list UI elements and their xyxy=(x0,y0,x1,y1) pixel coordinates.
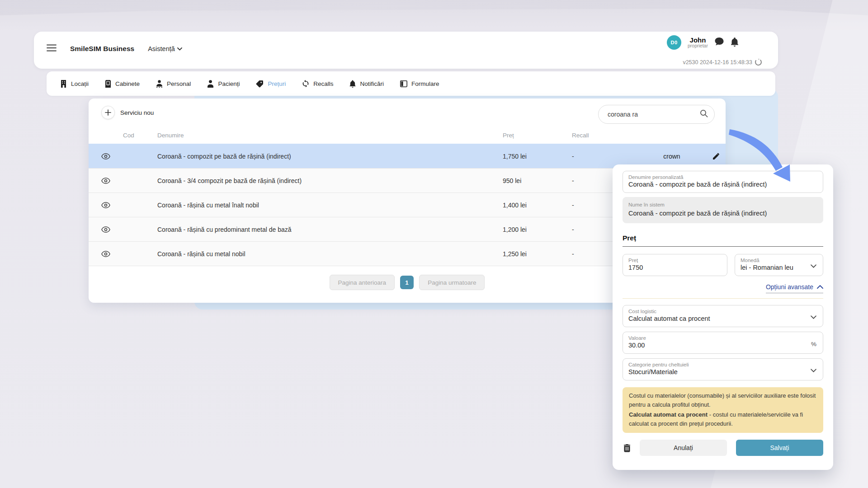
visibility-eye-icon[interactable] xyxy=(89,153,123,160)
refresh-icon[interactable] xyxy=(755,59,762,66)
app-title: SmileSIM Business xyxy=(70,45,134,53)
service-name: Coroană - 3/4 compozit pe bază de rășină… xyxy=(157,177,503,184)
col-denumire: Denumire xyxy=(157,132,503,139)
user-role: proprietar xyxy=(688,43,708,48)
price-tag-icon xyxy=(256,80,264,88)
version-text: v2530 2024-12-16 15:48:33 xyxy=(683,59,752,66)
tab-locatii[interactable]: Locații xyxy=(54,76,95,91)
delete-trash-icon[interactable] xyxy=(623,443,632,453)
chat-icon[interactable] xyxy=(714,37,724,48)
service-price: 950 lei xyxy=(503,177,572,184)
door-icon xyxy=(105,80,111,88)
tab-pacienti[interactable]: Pacienți xyxy=(201,76,246,91)
service-recall: - xyxy=(572,153,631,160)
notifications-bell-icon[interactable] xyxy=(731,37,739,48)
service-name: Coroană - rășină cu predominant metal de… xyxy=(157,226,503,233)
avatar[interactable]: D0 xyxy=(667,35,681,50)
hamburger-menu-icon[interactable] xyxy=(47,44,57,53)
tab-preturi[interactable]: Prețuri xyxy=(250,76,292,91)
chevron-down-icon xyxy=(811,262,816,270)
new-service-button[interactable]: Serviciu nou xyxy=(101,106,154,119)
chevron-down-icon xyxy=(811,313,816,321)
assistance-menu[interactable]: Asistență xyxy=(148,45,182,52)
patient-person-icon xyxy=(207,80,214,88)
tab-recalls[interactable]: Recalls xyxy=(296,76,340,91)
service-price: 1,750 lei xyxy=(503,153,572,160)
tab-personal[interactable]: Personal xyxy=(150,76,197,91)
service-edit-panel: Denumire personalizată Coroană - compozi… xyxy=(613,164,833,470)
search-icon[interactable] xyxy=(700,109,708,119)
staff-person-icon xyxy=(156,80,163,88)
logistic-cost-select[interactable]: Cost logistic Calculat automat ca procen… xyxy=(623,305,823,327)
advanced-options-toggle[interactable]: Opțiuni avansate xyxy=(766,283,823,293)
current-page-badge[interactable]: 1 xyxy=(400,276,414,289)
visibility-eye-icon[interactable] xyxy=(89,226,123,233)
app-header: SmileSIM Business Asistență D0 John prop… xyxy=(34,32,778,69)
service-price: 1,250 lei xyxy=(503,250,572,258)
user-name: John xyxy=(688,37,708,44)
service-search xyxy=(598,105,715,124)
tab-formulare[interactable]: Formulare xyxy=(394,77,446,91)
next-page-button[interactable]: Pagina urmatoare xyxy=(419,275,485,290)
table-header: Cod Denumire Preț Recall xyxy=(89,127,726,144)
custom-name-field[interactable]: Denumire personalizată Coroană - compozi… xyxy=(623,171,823,193)
sync-icon xyxy=(302,80,309,87)
cost-info-note: Costul cu materialelor (consumabile) și … xyxy=(623,387,823,433)
advanced-section-divider xyxy=(623,298,823,299)
system-name-field: Nume în sistem Coroană - compozit pe baz… xyxy=(623,197,823,223)
building-icon xyxy=(60,80,67,88)
visibility-eye-icon[interactable] xyxy=(89,178,123,184)
service-price: 1,400 lei xyxy=(503,202,572,209)
section-divider xyxy=(623,246,823,247)
col-pret: Preț xyxy=(503,132,572,139)
percent-suffix: % xyxy=(811,341,816,347)
visibility-eye-icon[interactable] xyxy=(89,202,123,208)
chevron-down-icon xyxy=(177,47,182,51)
col-cod: Cod xyxy=(123,132,157,139)
prev-page-button[interactable]: Pagina anterioara xyxy=(330,275,395,290)
expense-category-select[interactable]: Categorie pentru cheltuieli Stocuri/Mate… xyxy=(623,358,823,380)
price-field[interactable]: Preț 1750 xyxy=(623,254,727,276)
col-recall: Recall xyxy=(572,132,631,139)
search-input[interactable] xyxy=(608,111,700,118)
bell-icon xyxy=(349,80,356,88)
service-name: Coroană - rășină cu metal înalt nobil xyxy=(157,202,503,209)
tab-notificari[interactable]: Notificări xyxy=(343,76,390,91)
background-decor-band xyxy=(0,0,868,15)
value-percent-field[interactable]: Valoare 30.00 % xyxy=(623,332,823,354)
service-name: Coroană - compozit pe bază de rășină (in… xyxy=(157,153,503,160)
visibility-eye-icon[interactable] xyxy=(89,251,123,257)
tab-cabinete[interactable]: Cabinete xyxy=(99,76,146,91)
save-button[interactable]: Salvați xyxy=(736,440,823,456)
service-name: Coroană - rășină cu metal nobil xyxy=(157,250,503,258)
system-code: crown xyxy=(631,153,712,160)
chevron-down-icon xyxy=(811,366,816,374)
currency-select[interactable]: Monedă lei - Romanian leu xyxy=(735,254,823,276)
form-table-icon xyxy=(400,80,407,87)
cancel-button[interactable]: Anulați xyxy=(640,440,727,456)
edit-pencil-icon[interactable] xyxy=(712,153,731,160)
chevron-up-icon xyxy=(817,285,823,289)
price-section-title: Preț xyxy=(623,234,823,242)
service-price: 1,200 lei xyxy=(503,226,572,233)
module-tabs-bar: Locații Cabinete Personal Pacienți Prețu… xyxy=(47,71,775,96)
plus-icon xyxy=(101,106,115,119)
